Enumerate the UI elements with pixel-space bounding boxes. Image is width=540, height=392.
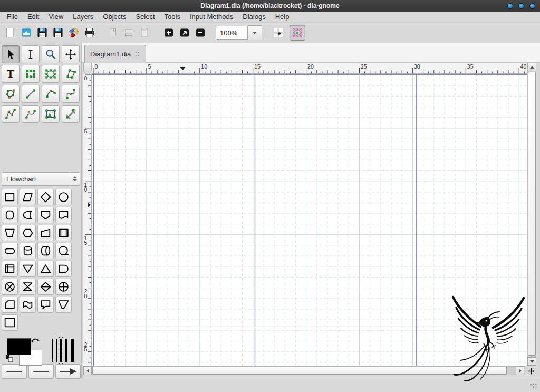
shape-transmittal-tape[interactable] <box>55 297 72 313</box>
zoom-out-button[interactable] <box>192 25 208 41</box>
shape-merge[interactable] <box>20 261 36 277</box>
zoom-dropdown-button[interactable] <box>248 25 262 40</box>
window-resize-grip[interactable] <box>529 383 537 389</box>
shape-magnetic-drum[interactable] <box>20 243 36 259</box>
swap-colors-icon[interactable] <box>31 336 40 345</box>
end-arrow-button[interactable] <box>55 364 81 379</box>
begin-arrow-button[interactable] <box>2 364 27 379</box>
shape-box[interactable] <box>2 189 18 205</box>
snap-objects-toggle[interactable] <box>290 25 305 41</box>
shape-rounded-box[interactable] <box>2 207 18 223</box>
print-button[interactable] <box>82 25 98 41</box>
shape-diamond[interactable] <box>37 189 54 205</box>
svg-text:15: 15 <box>254 63 261 70</box>
vertical-scroll-thumb[interactable] <box>528 72 536 356</box>
shape-collate[interactable] <box>20 279 36 295</box>
document-tab[interactable]: Diagram1.dia ∷ <box>84 45 146 63</box>
shape-manual-input[interactable] <box>37 225 54 241</box>
ruler-corner-box[interactable] <box>83 63 92 71</box>
new-button[interactable] <box>3 25 18 41</box>
menu-input-methods[interactable]: Input Methods <box>185 12 238 22</box>
copy-icon <box>107 26 119 39</box>
tool-textedit[interactable] <box>22 45 40 63</box>
shape-magnetic-disk[interactable] <box>37 243 54 259</box>
close-button[interactable] <box>530 4 535 8</box>
snap-grid-toggle[interactable] <box>271 25 286 41</box>
save-button[interactable] <box>34 25 50 41</box>
foreground-color-swatch[interactable] <box>7 338 31 355</box>
line-width-3[interactable] <box>60 339 62 362</box>
shape-preparation[interactable] <box>20 225 36 241</box>
line-width-2[interactable] <box>56 339 57 362</box>
scroll-down-button[interactable] <box>527 357 536 366</box>
menu-layers[interactable]: Layers <box>68 12 98 22</box>
horizontal-scroll-thumb[interactable] <box>92 367 507 375</box>
maximize-button[interactable] <box>519 4 524 8</box>
scroll-left-button[interactable] <box>83 366 92 375</box>
open-button[interactable] <box>18 25 34 41</box>
shape-parallelogram[interactable] <box>20 189 36 205</box>
shape-delay[interactable] <box>55 261 72 277</box>
shape-or[interactable] <box>55 279 72 295</box>
shape-data-box[interactable] <box>2 314 18 331</box>
tool-polygon[interactable] <box>62 65 80 83</box>
vertical-scrollbar[interactable] <box>527 63 536 366</box>
shape-punched-card[interactable] <box>2 297 18 313</box>
menu-help[interactable]: Help <box>271 12 294 22</box>
menu-edit[interactable]: Edit <box>23 12 44 22</box>
export-button[interactable] <box>66 25 82 41</box>
h-ruler-ticks: 0510152025303540 <box>92 63 527 74</box>
line-width-1[interactable] <box>52 339 53 362</box>
tool-ellipse[interactable] <box>42 65 60 83</box>
horizontal-ruler: 0510152025303540 <box>92 63 527 74</box>
default-colors-icon[interactable] <box>5 355 14 363</box>
line-width-selector[interactable] <box>49 337 78 364</box>
begin-arrow-icon <box>3 366 25 377</box>
menu-select[interactable]: Select <box>131 12 159 22</box>
scroll-up-button[interactable] <box>527 63 536 71</box>
shape-terminal[interactable] <box>2 243 18 259</box>
menu-tools[interactable]: Tools <box>160 12 185 22</box>
shape-sort[interactable] <box>37 279 54 295</box>
line-width-7[interactable] <box>71 339 74 362</box>
tool-scroll[interactable] <box>62 45 80 63</box>
data-box-shape-icon <box>3 316 16 329</box>
horizontal-scrollbar[interactable] <box>83 366 525 375</box>
shape-extract[interactable] <box>37 261 54 277</box>
shape-display[interactable] <box>20 207 36 223</box>
tool-magnify[interactable] <box>42 45 60 63</box>
tool-box[interactable] <box>22 65 40 83</box>
menu-view[interactable]: View <box>44 12 68 22</box>
tool-modify[interactable] <box>2 45 20 63</box>
shape-document[interactable] <box>55 207 72 223</box>
box-tool-icon <box>24 67 37 81</box>
zoom-level-field[interactable]: 100% <box>216 26 248 40</box>
tool-text[interactable]: T <box>2 65 20 83</box>
zoom-in-button[interactable] <box>161 25 177 41</box>
scroll-right-button[interactable] <box>516 366 524 375</box>
svg-text:35: 35 <box>467 63 474 70</box>
menu-file[interactable]: File <box>2 12 23 22</box>
title-bar[interactable]: Diagram1.dia (/home/blackrocket) - dia-g… <box>0 0 540 12</box>
menu-objects[interactable]: Objects <box>98 12 131 22</box>
line-width-5[interactable] <box>65 339 68 362</box>
shape-internal-storage[interactable] <box>2 261 18 277</box>
shape-manual-operation[interactable] <box>2 225 18 241</box>
pan-canvas-button[interactable] <box>527 367 536 376</box>
menu-dialogs[interactable]: Dialogs <box>238 12 270 22</box>
shape-predefined-process[interactable] <box>55 225 72 241</box>
shape-ellipse[interactable] <box>55 189 72 205</box>
zoom-fit-button[interactable] <box>177 25 192 41</box>
minimize-button[interactable] <box>508 4 513 8</box>
shape-offline-storage[interactable] <box>37 297 54 313</box>
shape-magnetic-tape[interactable] <box>55 243 72 259</box>
line-style-button[interactable] <box>28 364 54 379</box>
svg-text:40: 40 <box>520 63 527 70</box>
save-as-button[interactable] <box>50 25 66 41</box>
diagram-canvas[interactable] <box>92 74 527 366</box>
tab-grip-icon: ∷ <box>135 50 140 58</box>
svg-text:5: 5 <box>148 63 151 70</box>
shape-punched-tape[interactable] <box>20 297 36 313</box>
shape-summing-junction[interactable] <box>2 279 18 295</box>
shape-off-page-connector[interactable] <box>37 207 54 223</box>
